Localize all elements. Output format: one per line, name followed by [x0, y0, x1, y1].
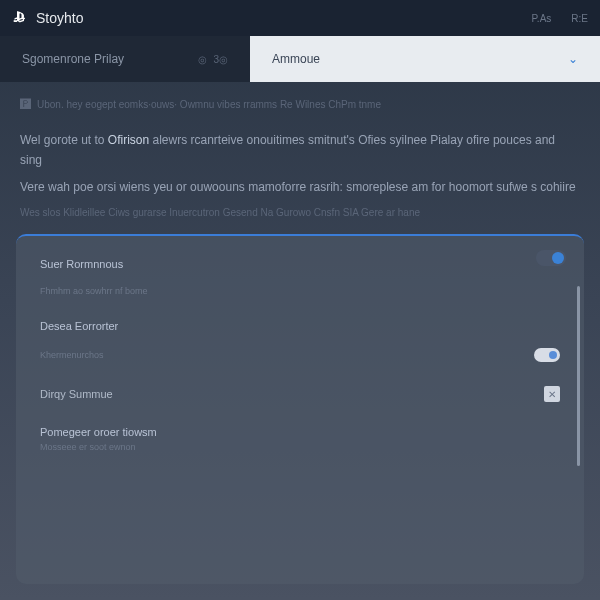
- section-title-1: Suer Rormnnous: [40, 258, 560, 270]
- chevron-down-icon: ⌄: [568, 52, 578, 66]
- section-sub-1: Fhmhm ao sowhrr nf bome: [40, 286, 560, 296]
- highlight-word: Ofirison: [108, 133, 149, 147]
- app-header: Stoyhto P.As R:E: [0, 0, 600, 36]
- row-label: Dirqy Summue: [40, 388, 113, 400]
- header-meta-2: R:E: [571, 13, 588, 24]
- checkbox-dirqy[interactable]: ✕: [544, 386, 560, 402]
- badge-icon: ◎: [198, 54, 207, 65]
- tab-badges: ◎ 3◎: [198, 54, 228, 65]
- ps-logo-icon: [12, 10, 28, 26]
- tab-bar: Sgomenrone Prilay ◎ 3◎ Ammoue ⌄: [0, 36, 600, 82]
- switch-kherm[interactable]: [534, 348, 560, 362]
- settings-dialog: Suer Rormnnous Fhmhm ao sowhrr nf bome D…: [16, 234, 584, 584]
- app-title: Stoyhto: [36, 10, 83, 26]
- section-title-2: Desea Eorrorter: [40, 320, 560, 332]
- info-icon: 🅿: [20, 98, 31, 110]
- content-area: 🅿 Ubon. hey eogept eomks·ouws· Owmnu vib…: [0, 82, 600, 218]
- dialog-scrollbar[interactable]: [577, 286, 580, 466]
- tab-label: Sgomenrone Prilay: [22, 52, 124, 66]
- dialog-main-toggle[interactable]: [536, 250, 566, 266]
- muted-footnote: Wes slos Klidleillee Ciws gurarse Inuerc…: [20, 207, 580, 218]
- tab-sgomenrone[interactable]: Sgomenrone Prilay ◎ 3◎: [0, 36, 250, 82]
- body-paragraph-2: Vere wah poe orsi wiens yeu or ouwoouns …: [20, 177, 580, 197]
- tab-ammoue[interactable]: Ammoue ⌄: [250, 36, 600, 82]
- header-meta-1: P.As: [531, 13, 551, 24]
- tab-label: Ammoue: [272, 52, 320, 66]
- row-label: Khermenurchos: [40, 350, 104, 360]
- header-right: P.As R:E: [531, 13, 588, 24]
- section-sub-4: Mosseee er soot ewnon: [40, 442, 560, 452]
- body-paragraph-1: Wel gorote ut to Ofirison alewrs rcanrte…: [20, 130, 580, 171]
- row-kherm: Khermenurchos: [40, 348, 560, 362]
- badge-count: 3◎: [213, 54, 228, 65]
- row-dirqy: Dirqy Summue ✕: [40, 386, 560, 402]
- hint-row: 🅿 Ubon. hey eogept eomks·ouws· Owmnu vib…: [20, 98, 580, 110]
- hint-text: Ubon. hey eogept eomks·ouws· Owmnu vibes…: [37, 99, 381, 110]
- section-title-4: Pomegeer oroer tiowsm: [40, 426, 560, 438]
- toggle-knob: [552, 252, 564, 264]
